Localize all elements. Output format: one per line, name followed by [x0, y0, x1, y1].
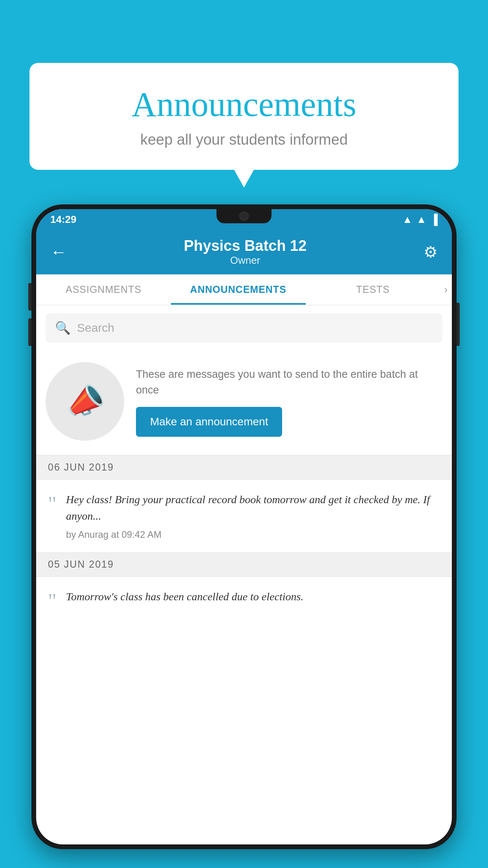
search-bar[interactable]: 🔍 Search [46, 313, 442, 342]
tabs-container: ASSIGNMENTS ANNOUNCEMENTS TESTS › [36, 274, 452, 305]
app-header: ← Physics Batch 12 Owner ⚙ [36, 230, 452, 274]
date-header-1: 06 JUN 2019 [36, 455, 452, 480]
header-subtitle: Owner [67, 254, 424, 267]
announcement-text-1: Hey class! Bring your practical record b… [66, 491, 442, 524]
speech-bubble: Announcements keep all your students inf… [29, 63, 459, 170]
promo-icon-circle: 📣 [46, 362, 124, 441]
announcement-content-1: Hey class! Bring your practical record b… [66, 491, 442, 540]
search-placeholder: Search [77, 321, 114, 335]
phone-frame: 14:29 ▲ ▲ ▐ ← Physics Batch 12 Owner ⚙ [31, 204, 457, 849]
header-center: Physics Batch 12 Owner [67, 237, 424, 267]
speech-bubble-container: Announcements keep all your students inf… [29, 63, 459, 170]
announcement-content-2: Tomorrow's class has been cancelled due … [66, 588, 442, 610]
quote-icon-2: " [48, 590, 57, 612]
tab-more[interactable]: › [440, 274, 452, 305]
status-time: 14:29 [50, 213, 77, 226]
phone-container: 14:29 ▲ ▲ ▐ ← Physics Batch 12 Owner ⚙ [31, 204, 457, 868]
wifi-icon: ▲ [402, 213, 413, 226]
status-icons: ▲ ▲ ▐ [402, 213, 438, 226]
make-announcement-button[interactable]: Make an announcement [136, 407, 282, 437]
volume-down-button [28, 318, 31, 346]
signal-icon: ▲ [416, 213, 427, 226]
battery-icon: ▐ [431, 213, 438, 226]
announcement-item-2[interactable]: " Tomorrow's class has been cancelled du… [36, 577, 452, 620]
volume-up-button [28, 283, 31, 311]
back-button[interactable]: ← [50, 244, 67, 260]
announcement-text-2: Tomorrow's class has been cancelled due … [66, 588, 442, 605]
speech-bubble-subtitle: keep all your students informed [53, 131, 435, 148]
tab-tests[interactable]: TESTS [306, 274, 440, 305]
phone-screen: 14:29 ▲ ▲ ▐ ← Physics Batch 12 Owner ⚙ [36, 209, 452, 844]
search-container: 🔍 Search [36, 305, 452, 350]
search-icon: 🔍 [55, 320, 71, 335]
power-button [457, 303, 460, 346]
front-camera [239, 211, 249, 221]
quote-icon-1: " [48, 493, 57, 515]
tab-announcements[interactable]: ANNOUNCEMENTS [171, 274, 306, 305]
announcement-item-1[interactable]: " Hey class! Bring your practical record… [36, 480, 452, 552]
speech-bubble-title: Announcements [53, 85, 435, 124]
announcement-meta-1: by Anurag at 09:42 AM [66, 529, 442, 540]
settings-icon[interactable]: ⚙ [424, 243, 438, 261]
promo-text-section: These are messages you want to send to t… [136, 366, 442, 437]
date-header-2: 05 JUN 2019 [36, 552, 452, 577]
promo-description: These are messages you want to send to t… [136, 366, 442, 398]
tab-assignments[interactable]: ASSIGNMENTS [36, 274, 171, 305]
promo-section: 📣 These are messages you want to send to… [36, 350, 452, 455]
header-title: Physics Batch 12 [67, 237, 424, 254]
megaphone-icon: 📣 [61, 379, 109, 425]
phone-notch [216, 209, 272, 223]
